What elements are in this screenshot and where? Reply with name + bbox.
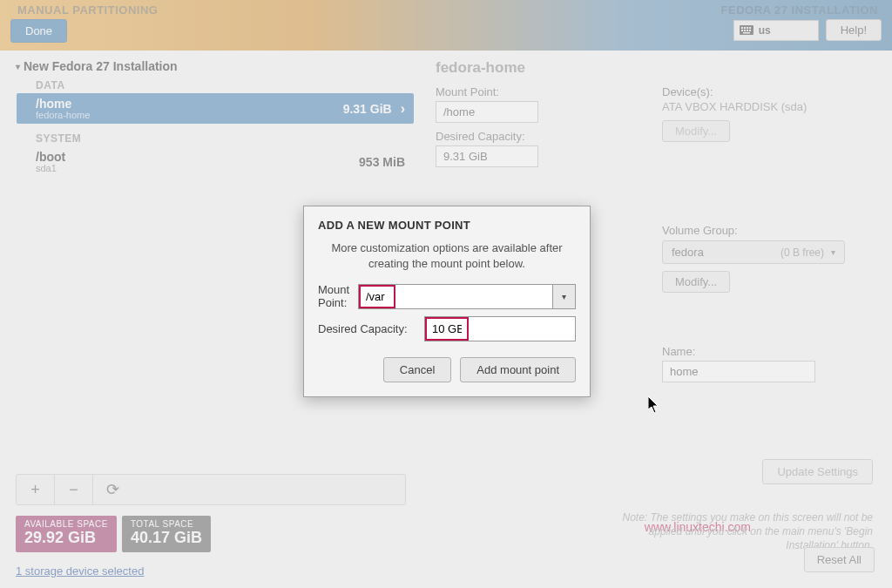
mouse-cursor-icon — [648, 396, 660, 417]
dialog-title: ADD A NEW MOUNT POINT — [318, 219, 576, 232]
add-mount-point-dialog: ADD A NEW MOUNT POINT More customization… — [303, 206, 591, 397]
dialog-subtitle: More customization options are available… — [318, 240, 576, 271]
dialog-add-button[interactable]: Add mount point — [460, 357, 576, 382]
dialog-mount-combo-button[interactable]: ▾ — [552, 285, 575, 308]
dialog-capacity-label: Desired Capacity: — [318, 322, 419, 335]
dialog-cancel-button[interactable]: Cancel — [383, 357, 451, 382]
dialog-capacity-input[interactable] — [427, 319, 467, 339]
dialog-mount-input[interactable] — [361, 287, 394, 307]
dialog-capacity-input-rest[interactable] — [469, 317, 575, 341]
dialog-mount-label: Mount Point: — [318, 283, 353, 309]
dialog-mount-input-rest[interactable] — [395, 285, 552, 308]
